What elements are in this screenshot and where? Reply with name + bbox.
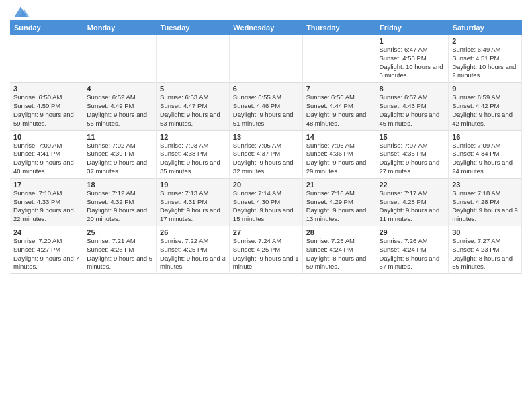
col-header-wednesday: Wednesday — [229, 20, 302, 35]
calendar-cell: 21Sunrise: 7:16 AMSunset: 4:29 PMDayligh… — [302, 178, 375, 226]
header — [10, 7, 522, 17]
calendar-week-row: 3Sunrise: 6:50 AMSunset: 4:50 PMDaylight… — [10, 83, 522, 130]
logo-icon — [11, 5, 31, 20]
day-info: Sunrise: 6:55 AMSunset: 4:46 PMDaylight:… — [233, 93, 294, 126]
day-number: 23 — [452, 181, 518, 189]
day-info: Sunrise: 7:17 AMSunset: 4:28 PMDaylight:… — [379, 189, 439, 222]
calendar-header-row: SundayMondayTuesdayWednesdayThursdayFrid… — [10, 20, 522, 35]
col-header-thursday: Thursday — [302, 20, 375, 35]
calendar-cell: 28Sunrise: 7:25 AMSunset: 4:24 PMDayligh… — [302, 226, 375, 274]
calendar-cell — [10, 35, 83, 83]
day-info: Sunrise: 7:22 AMSunset: 4:25 PMDaylight:… — [160, 237, 226, 270]
calendar-cell: 23Sunrise: 7:18 AMSunset: 4:28 PMDayligh… — [449, 178, 522, 226]
calendar-week-row: 24Sunrise: 7:20 AMSunset: 4:27 PMDayligh… — [10, 226, 522, 274]
calendar-cell: 16Sunrise: 7:09 AMSunset: 4:34 PMDayligh… — [449, 130, 522, 178]
day-info: Sunrise: 7:02 AMSunset: 4:39 PMDaylight:… — [87, 142, 147, 175]
calendar-cell — [229, 35, 302, 83]
col-header-saturday: Saturday — [449, 20, 522, 35]
day-number: 19 — [160, 181, 226, 189]
calendar-week-row: 17Sunrise: 7:10 AMSunset: 4:33 PMDayligh… — [10, 178, 522, 226]
day-info: Sunrise: 7:12 AMSunset: 4:32 PMDaylight:… — [87, 189, 147, 222]
day-info: Sunrise: 7:27 AMSunset: 4:23 PMDaylight:… — [452, 237, 513, 270]
calendar-cell: 27Sunrise: 7:24 AMSunset: 4:25 PMDayligh… — [229, 226, 302, 274]
day-info: Sunrise: 7:13 AMSunset: 4:31 PMDaylight:… — [160, 189, 220, 222]
calendar-table: SundayMondayTuesdayWednesdayThursdayFrid… — [10, 20, 522, 274]
day-number: 6 — [233, 85, 299, 93]
day-number: 16 — [452, 133, 518, 141]
day-info: Sunrise: 7:25 AMSunset: 4:24 PMDaylight:… — [306, 237, 367, 270]
day-info: Sunrise: 7:18 AMSunset: 4:28 PMDaylight:… — [452, 189, 518, 222]
calendar-cell: 13Sunrise: 7:05 AMSunset: 4:37 PMDayligh… — [229, 130, 302, 178]
calendar-cell: 29Sunrise: 7:26 AMSunset: 4:24 PMDayligh… — [375, 226, 449, 274]
day-number: 3 — [13, 85, 79, 93]
calendar-cell: 2Sunrise: 6:49 AMSunset: 4:51 PMDaylight… — [449, 35, 522, 83]
day-info: Sunrise: 7:24 AMSunset: 4:25 PMDaylight:… — [233, 237, 299, 270]
day-info: Sunrise: 6:47 AMSunset: 4:53 PMDaylight:… — [379, 46, 443, 79]
day-info: Sunrise: 7:14 AMSunset: 4:30 PMDaylight:… — [233, 189, 294, 222]
day-info: Sunrise: 7:20 AMSunset: 4:27 PMDaylight:… — [13, 237, 79, 270]
day-info: Sunrise: 7:21 AMSunset: 4:26 PMDaylight:… — [87, 237, 152, 270]
calendar-cell: 12Sunrise: 7:03 AMSunset: 4:38 PMDayligh… — [157, 130, 230, 178]
calendar-week-row: 1Sunrise: 6:47 AMSunset: 4:53 PMDaylight… — [10, 35, 522, 83]
day-number: 18 — [87, 181, 152, 189]
day-number: 21 — [306, 181, 372, 189]
day-number: 20 — [233, 181, 299, 189]
col-header-tuesday: Tuesday — [157, 20, 230, 35]
day-number: 12 — [160, 133, 226, 141]
calendar-cell: 14Sunrise: 7:06 AMSunset: 4:36 PMDayligh… — [302, 130, 375, 178]
day-number: 13 — [233, 133, 299, 141]
page-container: SundayMondayTuesdayWednesdayThursdayFrid… — [0, 0, 532, 277]
day-number: 15 — [379, 133, 445, 141]
day-number: 26 — [160, 228, 226, 236]
calendar-cell: 18Sunrise: 7:12 AMSunset: 4:32 PMDayligh… — [83, 178, 157, 226]
calendar-cell: 15Sunrise: 7:07 AMSunset: 4:35 PMDayligh… — [375, 130, 449, 178]
calendar-cell — [302, 35, 375, 83]
day-number: 9 — [452, 85, 518, 93]
calendar-cell: 9Sunrise: 6:59 AMSunset: 4:42 PMDaylight… — [449, 83, 522, 130]
day-number: 17 — [13, 181, 79, 189]
day-number: 29 — [379, 228, 445, 236]
calendar-cell: 20Sunrise: 7:14 AMSunset: 4:30 PMDayligh… — [229, 178, 302, 226]
day-number: 1 — [379, 37, 445, 45]
calendar-cell: 22Sunrise: 7:17 AMSunset: 4:28 PMDayligh… — [375, 178, 449, 226]
calendar-cell — [157, 35, 230, 83]
calendar-cell: 5Sunrise: 6:53 AMSunset: 4:47 PMDaylight… — [157, 83, 230, 130]
calendar-cell: 8Sunrise: 6:57 AMSunset: 4:43 PMDaylight… — [375, 83, 449, 130]
calendar-cell: 10Sunrise: 7:00 AMSunset: 4:41 PMDayligh… — [10, 130, 83, 178]
day-info: Sunrise: 7:09 AMSunset: 4:34 PMDaylight:… — [452, 142, 513, 175]
logo — [10, 7, 31, 17]
day-info: Sunrise: 7:26 AMSunset: 4:24 PMDaylight:… — [379, 237, 439, 270]
day-info: Sunrise: 6:57 AMSunset: 4:43 PMDaylight:… — [379, 93, 439, 126]
calendar-cell: 11Sunrise: 7:02 AMSunset: 4:39 PMDayligh… — [83, 130, 157, 178]
calendar-week-row: 10Sunrise: 7:00 AMSunset: 4:41 PMDayligh… — [10, 130, 522, 178]
day-info: Sunrise: 7:05 AMSunset: 4:37 PMDaylight:… — [233, 142, 294, 175]
calendar-cell: 24Sunrise: 7:20 AMSunset: 4:27 PMDayligh… — [10, 226, 83, 274]
calendar-cell: 7Sunrise: 6:56 AMSunset: 4:44 PMDaylight… — [302, 83, 375, 130]
col-header-sunday: Sunday — [10, 20, 83, 35]
calendar-cell: 26Sunrise: 7:22 AMSunset: 4:25 PMDayligh… — [157, 226, 230, 274]
calendar-cell: 19Sunrise: 7:13 AMSunset: 4:31 PMDayligh… — [157, 178, 230, 226]
day-number: 5 — [160, 85, 226, 93]
calendar-cell — [83, 35, 157, 83]
day-number: 27 — [233, 228, 299, 236]
day-number: 14 — [306, 133, 372, 141]
day-info: Sunrise: 6:52 AMSunset: 4:49 PMDaylight:… — [87, 93, 147, 126]
day-info: Sunrise: 6:59 AMSunset: 4:42 PMDaylight:… — [452, 93, 513, 126]
day-number: 8 — [379, 85, 445, 93]
day-info: Sunrise: 7:06 AMSunset: 4:36 PMDaylight:… — [306, 142, 367, 175]
day-number: 7 — [306, 85, 372, 93]
day-info: Sunrise: 6:49 AMSunset: 4:51 PMDaylight:… — [452, 46, 516, 79]
day-number: 25 — [87, 228, 152, 236]
day-info: Sunrise: 6:53 AMSunset: 4:47 PMDaylight:… — [160, 93, 220, 126]
calendar-cell: 17Sunrise: 7:10 AMSunset: 4:33 PMDayligh… — [10, 178, 83, 226]
col-header-monday: Monday — [83, 20, 157, 35]
day-number: 11 — [87, 133, 152, 141]
day-info: Sunrise: 7:03 AMSunset: 4:38 PMDaylight:… — [160, 142, 220, 175]
calendar-cell: 4Sunrise: 6:52 AMSunset: 4:49 PMDaylight… — [83, 83, 157, 130]
day-info: Sunrise: 6:56 AMSunset: 4:44 PMDaylight:… — [306, 93, 367, 126]
day-number: 24 — [13, 228, 79, 236]
day-number: 4 — [87, 85, 152, 93]
calendar-cell: 25Sunrise: 7:21 AMSunset: 4:26 PMDayligh… — [83, 226, 157, 274]
day-number: 22 — [379, 181, 445, 189]
calendar-cell: 6Sunrise: 6:55 AMSunset: 4:46 PMDaylight… — [229, 83, 302, 130]
